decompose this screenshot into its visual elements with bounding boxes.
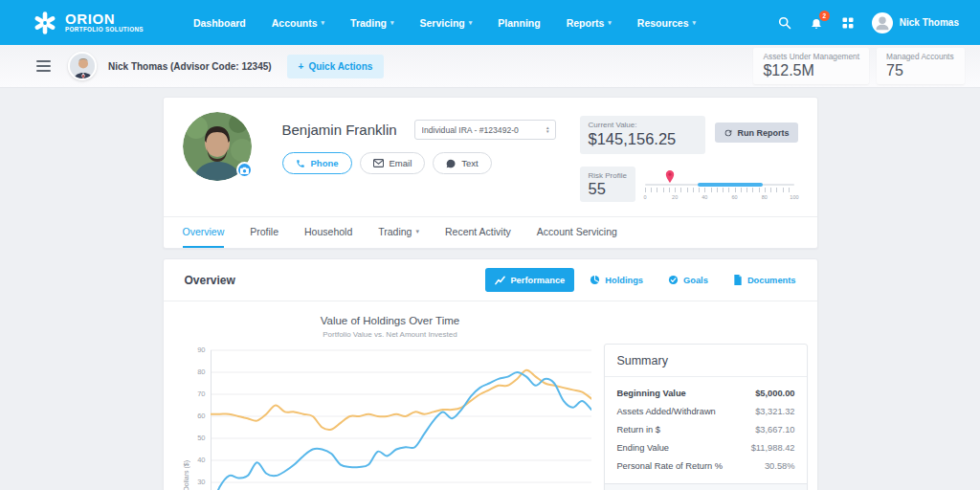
notification-badge: 2: [819, 11, 830, 21]
y-axis-labels: 9080706050403020: [189, 346, 211, 490]
view-holdings-button[interactable]: Holdings: [580, 268, 653, 292]
chevron-down-icon: ▾: [390, 19, 394, 27]
view-performance-button[interactable]: Performance: [485, 268, 574, 292]
main-nav: Dashboard Accounts▾ Trading▾ Servicing▾ …: [193, 17, 696, 29]
nav-item-label: Dashboard: [193, 17, 246, 29]
tab-label: Recent Activity: [445, 226, 511, 237]
stat-managed-accounts: Managed Accounts 75: [877, 48, 965, 84]
brand-name: ORION: [65, 12, 144, 26]
current-value-label: Current Value:: [589, 121, 697, 129]
view-goals-button[interactable]: Goals: [658, 268, 718, 292]
user-menu[interactable]: Nick Thomas: [872, 12, 959, 33]
chevron-down-icon: ▾: [469, 19, 473, 27]
notifications-bell-icon[interactable]: 2: [809, 15, 824, 31]
stat-label: Assets Under Management: [763, 52, 859, 61]
chart-title: Value of Holdings Over Time: [183, 315, 598, 326]
risk-scale[interactable]: 020406080100: [645, 174, 794, 207]
tab-household[interactable]: Household: [304, 217, 352, 248]
chevron-down-icon: ▾: [322, 19, 325, 27]
stat-aum: Assets Under Management $12.5M: [753, 48, 869, 84]
current-value: $145,156.25: [589, 130, 697, 148]
phone-button[interactable]: Phone: [282, 152, 352, 174]
text-button[interactable]: Text: [433, 152, 491, 174]
orion-logo[interactable]: ORION PORTFOLIO SOLUTIONS: [33, 11, 144, 35]
run-reports-button[interactable]: Run Reports: [715, 122, 798, 143]
summary-row: Assets Added/Withdrawn$3,321.32: [616, 402, 794, 420]
summary-row: Beginning Value$5,000.00: [616, 384, 794, 402]
tab-profile[interactable]: Profile: [250, 217, 278, 248]
tab-label: Profile: [250, 226, 278, 237]
nav-item-accounts[interactable]: Accounts▾: [272, 17, 324, 29]
chevron-down-icon: ▾: [693, 19, 697, 27]
summary-row: Personal Rate of Return %30.58%: [616, 457, 794, 476]
top-navbar: ORION PORTFOLIO SOLUTIONS Dashboard Acco…: [0, 0, 980, 45]
holdings-chart-svg: [211, 346, 591, 490]
apps-grid-icon[interactable]: [840, 15, 856, 31]
email-label: Email: [390, 158, 412, 168]
risk-profile-value: 55: [589, 180, 627, 198]
risk-scale-band: [698, 183, 764, 187]
email-button[interactable]: Email: [360, 152, 426, 174]
advisor-avatar[interactable]: [68, 52, 97, 80]
chart-subtitle: Portfolio Value vs. Net Amount Invested: [183, 330, 598, 339]
document-icon: [733, 275, 743, 285]
summary-row: Ending Value$11,988.42: [616, 439, 794, 457]
nav-item-label: Accounts: [272, 17, 318, 29]
summary-label: Return in $: [616, 425, 659, 434]
user-name: Nick Thomas: [900, 17, 959, 28]
nav-item-servicing[interactable]: Servicing▾: [420, 17, 473, 29]
tab-label: Household: [304, 226, 352, 237]
client-name: Benjamin Franklin: [282, 122, 397, 138]
holdings-chart: Value of Holdings Over Time Portfolio Va…: [183, 311, 598, 490]
email-icon: [373, 159, 384, 167]
summary-panel: Summary Beginning Value$5,000.00 Assets …: [604, 344, 807, 490]
summary-label: Beginning Value: [616, 389, 685, 398]
overview-card: Overview Performance Holdings Goals Docu…: [163, 258, 818, 490]
menu-toggle-icon[interactable]: [36, 60, 51, 72]
summary-label: Assets Added/Withdrawn: [616, 407, 715, 416]
stat-label: Managed Accounts: [886, 52, 955, 61]
account-select-value: Individual IRA - #123492-0: [422, 125, 546, 135]
advisor-name: Nick Thomas (Advisor Code: 12345): [108, 61, 272, 72]
view-label: Holdings: [605, 276, 643, 285]
summary-title: Summary: [605, 345, 806, 377]
nav-item-reports[interactable]: Reports▾: [567, 17, 612, 29]
tab-trading[interactable]: Trading▾: [378, 217, 419, 248]
summary-value: $11,988.42: [751, 443, 795, 453]
nav-item-label: Resources: [637, 17, 689, 29]
view-label: Goals: [683, 276, 708, 285]
tab-account-servicing[interactable]: Account Servicing: [537, 217, 617, 248]
nav-item-label: Trading: [350, 17, 387, 29]
quick-actions-label: Quick Actions: [308, 61, 372, 72]
tab-overview[interactable]: Overview: [183, 217, 225, 248]
risk-profile-label: Risk Profile: [589, 171, 627, 180]
summary-label: Ending Value: [616, 443, 669, 453]
view-label: Documents: [747, 276, 796, 285]
overview-title: Overview: [185, 274, 235, 287]
tab-recent-activity[interactable]: Recent Activity: [445, 217, 511, 248]
stat-value: $12.5M: [763, 62, 859, 79]
nav-item-dashboard[interactable]: Dashboard: [193, 17, 246, 29]
nav-item-planning[interactable]: Planning: [498, 17, 540, 29]
summary-value: 30.58%: [765, 461, 795, 471]
refresh-icon: [724, 128, 733, 138]
chevron-down-icon: ▾: [415, 228, 419, 235]
advisor-subheader: Nick Thomas (Advisor Code: 12345) + Quic…: [0, 45, 980, 88]
brand-tagline: PORTFOLIO SOLUTIONS: [65, 26, 144, 33]
risk-scale-ticks: [645, 188, 794, 192]
run-reports-label: Run Reports: [738, 128, 790, 138]
view-documents-button[interactable]: Documents: [724, 268, 806, 292]
text-label: Text: [461, 158, 478, 168]
nav-item-resources[interactable]: Resources▾: [637, 17, 696, 29]
camera-icon[interactable]: [236, 162, 253, 178]
stat-value: 75: [886, 62, 955, 79]
nav-item-label: Planning: [498, 17, 540, 29]
quick-actions-button[interactable]: + Quick Actions: [287, 55, 385, 78]
search-icon[interactable]: [777, 15, 792, 31]
account-select[interactable]: Individual IRA - #123492-0 ▲▼: [414, 120, 556, 140]
nav-item-trading[interactable]: Trading▾: [350, 17, 393, 29]
risk-pin-icon[interactable]: [665, 169, 675, 187]
client-tabs: Overview Profile Household Trading▾ Rece…: [164, 216, 817, 248]
select-stepper-icon: ▲▼: [546, 126, 549, 134]
target-check-icon: [668, 275, 679, 285]
